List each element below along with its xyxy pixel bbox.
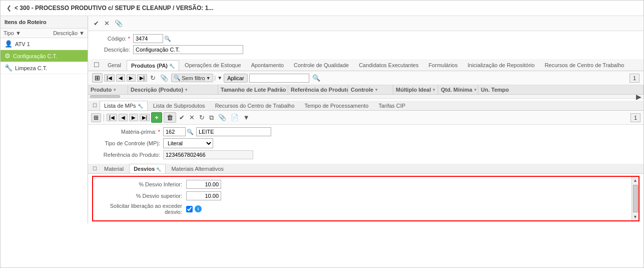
inner-prev-button[interactable]: ◀ xyxy=(119,114,128,121)
tab-candidatos[interactable]: Candidatos Executantes xyxy=(354,60,423,70)
content-area: ✔ ✕ 📎 Código: * 🔍 Descrição: xyxy=(88,16,643,223)
tab-formularios[interactable]: Formulários xyxy=(424,60,462,70)
back-button[interactable]: ❮ xyxy=(7,5,12,12)
first-page-button[interactable]: |◀ xyxy=(104,74,115,82)
sort-icon[interactable]: ▼ xyxy=(113,88,117,92)
tab-produtos-pa[interactable]: Produtos (PA) 🔧 xyxy=(127,60,179,71)
codigo-input[interactable] xyxy=(133,34,163,43)
attach2-button[interactable]: 📎 xyxy=(217,113,228,122)
check2-button[interactable]: ✔ xyxy=(178,113,186,122)
sub-tab-tempo[interactable]: Tempo de Processamento xyxy=(300,101,373,110)
sub-tab-tarifas[interactable]: Tarifas CIP xyxy=(374,101,410,110)
more-button[interactable]: ▼ xyxy=(242,113,251,122)
descricao-input[interactable] xyxy=(133,45,243,54)
scroll-right-arrow[interactable]: ▶ xyxy=(636,93,641,101)
tab-operacoes[interactable]: Operações de Estoque xyxy=(180,60,246,70)
tab-apontamento[interactable]: Apontamento xyxy=(247,60,288,70)
inner-last-button[interactable]: ▶| xyxy=(140,114,150,121)
required-star-mp: * xyxy=(158,129,160,135)
materia-prima-code-input[interactable] xyxy=(163,127,186,136)
grid-search-button[interactable]: 🔍 xyxy=(311,74,322,82)
filter-separator: | xyxy=(215,75,216,81)
paperclip-button[interactable]: 📎 xyxy=(113,19,124,28)
solicitar-label: Solicitar liberação ao exceder desvio: xyxy=(96,203,186,215)
filter-icon: 🔍 xyxy=(174,75,181,81)
codigo-search-button[interactable]: 🔍 xyxy=(163,36,172,42)
main-layout: Itens do Roteiro Tipo ▼ Descrição ▼ 👤 AT… xyxy=(1,16,643,223)
col-un-tempo: Un. Tempo xyxy=(478,85,643,94)
materia-prima-row: Matéria-prima: * 🔍 xyxy=(93,127,638,136)
report-button[interactable]: 📄 xyxy=(229,113,240,122)
check-button[interactable]: ✔ xyxy=(92,19,101,28)
col-tipo-label: Tipo ▼ xyxy=(4,30,21,36)
tab-inicializacao[interactable]: Inicialização de Repositório xyxy=(463,60,539,70)
sort-icon6[interactable]: ▼ xyxy=(432,88,436,92)
toolbar-divider xyxy=(104,114,104,121)
desvios-scrollbar[interactable]: ▲ ▼ xyxy=(631,177,638,220)
last-page-button[interactable]: ▶| xyxy=(137,74,148,82)
refresh-button[interactable]: ↻ xyxy=(149,74,157,82)
desvio-superior-input[interactable] xyxy=(186,191,221,200)
filter-icon-desc[interactable]: ▼ xyxy=(79,30,85,36)
inner-next-button[interactable]: ▶ xyxy=(129,114,138,121)
desvio-superior-row: % Desvio superior: xyxy=(96,191,635,200)
next-page-button[interactable]: ▶ xyxy=(127,74,136,82)
materia-prima-name-input[interactable] xyxy=(196,127,271,136)
refresh2-button[interactable]: ↻ xyxy=(198,113,206,122)
sub-tab-lista-mps[interactable]: Lista de MPs 🔧 xyxy=(100,101,148,110)
sidebar-item-limpeza[interactable]: 🔧 Limpeza C.T. xyxy=(1,62,88,74)
inner-page-num: 1 xyxy=(630,113,640,122)
gear-icon: ⚙ xyxy=(5,52,11,60)
material-form: Matéria-prima: * 🔍 Tipo de Controle (MP)… xyxy=(88,125,643,164)
horizontal-scrollbar[interactable]: ▶ xyxy=(88,95,643,99)
grid-search-input[interactable] xyxy=(249,74,309,83)
sidebar-item-config[interactable]: ⚙ Configuração C.T. xyxy=(1,50,88,62)
sidebar-item-atv1[interactable]: 👤 ATV 1 xyxy=(1,38,88,50)
info-icon[interactable]: i xyxy=(195,205,202,212)
tab-qualidade[interactable]: Controle de Qualidade xyxy=(289,60,353,70)
attach-button[interactable]: 📎 xyxy=(159,74,170,82)
col-tamanho-lote: Tamanho de Lote Padrão ▼ xyxy=(218,85,288,94)
materia-prima-search[interactable]: 🔍 xyxy=(186,129,195,135)
codigo-row: Código: * 🔍 xyxy=(93,34,638,43)
sort-icon7[interactable]: ▼ xyxy=(473,88,477,92)
close2-button[interactable]: ✕ xyxy=(188,113,196,122)
solicitar-checkbox[interactable] xyxy=(186,206,193,212)
inner-view-button[interactable]: ⊞ xyxy=(91,113,101,122)
mini-tab-desvios[interactable]: Desvios 🔧 xyxy=(129,164,166,173)
close-button[interactable]: ✕ xyxy=(103,19,111,28)
sidebar-item-label: Limpeza C.T. xyxy=(15,65,47,71)
tab-geral[interactable]: Geral xyxy=(103,60,126,70)
tipo-controle-select[interactable]: Literal xyxy=(163,138,213,148)
sub-tab-icon: 🔧 xyxy=(138,104,143,109)
sort-icon2[interactable]: ▼ xyxy=(184,88,188,92)
filter-area: 🔍 Sem filtro ▼ xyxy=(171,74,213,82)
scroll-thumb[interactable] xyxy=(633,185,638,212)
sub-tab-subprodutos[interactable]: Lista de Subprodutos xyxy=(149,101,210,110)
scroll-down-arrow[interactable]: ▼ xyxy=(632,213,638,220)
grid-view-button[interactable]: ⊞ xyxy=(92,73,103,83)
sort-icon5[interactable]: ▼ xyxy=(374,88,378,92)
prev-page-button[interactable]: ◀ xyxy=(116,74,125,82)
mini-tabs: ☐ Material Desvios 🔧 Materiais Alternati… xyxy=(88,164,643,174)
sub-tab-recursos-ct[interactable]: Recursos do Centro de Trabalho xyxy=(211,101,299,110)
delete-button[interactable]: 🗑 xyxy=(164,112,176,123)
materia-prima-label: Matéria-prima: * xyxy=(93,129,163,135)
inner-first-button[interactable]: |◀ xyxy=(107,114,117,121)
mini-tab-materiais-alt[interactable]: Materiais Alternativos xyxy=(167,164,228,173)
tab-recursos[interactable]: Recursos de Centro de Trabalho xyxy=(540,60,628,70)
tipo-controle-label: Tipo de Controle (MP): xyxy=(93,140,163,146)
aplicar-button[interactable]: Aplicar xyxy=(224,74,248,83)
scroll-thumb[interactable] xyxy=(90,95,120,98)
sidebar-column-headers: Tipo ▼ Descrição ▼ xyxy=(1,29,88,38)
desvio-superior-label: % Desvio superior: xyxy=(96,193,186,199)
filter-dropdown-arrow[interactable]: ▼ xyxy=(206,76,211,81)
copy-button[interactable]: ⧉ xyxy=(208,113,215,122)
filter-icon[interactable]: ▼ xyxy=(16,30,21,36)
mini-tab-material[interactable]: Material xyxy=(100,164,128,173)
mini-tab-desvios-icon: 🔧 xyxy=(156,167,161,172)
col-descricao-produto: Descrição (Produto) ▼ xyxy=(128,85,218,94)
scroll-up-arrow[interactable]: ▲ xyxy=(632,177,638,184)
desvio-inferior-input[interactable] xyxy=(186,180,221,189)
add-button[interactable]: + xyxy=(151,112,162,123)
